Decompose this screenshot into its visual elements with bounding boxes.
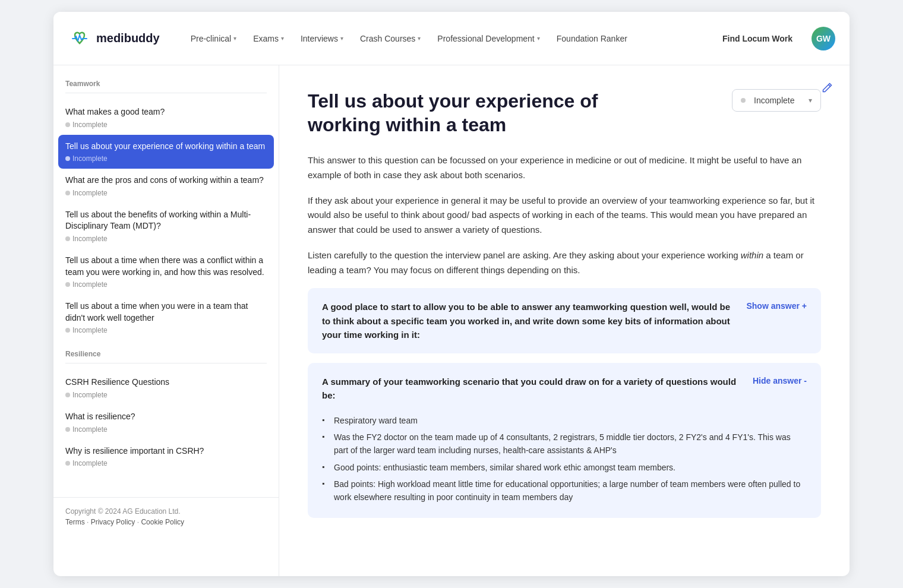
privacy-link[interactable]: Privacy Policy [91,518,135,526]
answer-list: Respiratory ward team Was the FY2 doctor… [322,412,807,506]
nav-professional-development[interactable]: Professional Development ▾ [430,29,547,48]
nav-find-locum[interactable]: Find Locum Work [715,29,800,48]
sidebar-footer: Copyright © 2024 AG Education Ltd. Terms… [53,497,279,536]
chevron-down-icon: ▾ [233,35,236,42]
status-dot [65,328,70,333]
status-dot [65,236,70,241]
main-nav: Pre-clinical ▾ Exams ▾ Interviews ▾ Cras… [184,27,835,50]
sidebar-item-pros-cons[interactable]: What are the pros and cons of working wi… [53,169,279,203]
nav-crash-courses[interactable]: Crash Courses ▾ [353,29,428,48]
status-dot [65,191,70,195]
answer-box-title: A summary of your teamworking scenario t… [322,375,743,403]
status-dropdown[interactable]: Incomplete ▾ [732,89,821,112]
answer-box-header: A summary of your teamworking scenario t… [322,375,807,403]
status-dot-active [65,156,70,161]
sidebar-item-good-team[interactable]: What makes a good team? Incomplete [53,100,279,135]
copyright-text: Copyright © 2024 AG Education Ltd. [65,507,267,516]
sidebar-item-team-not-work[interactable]: Tell us about a time when you were in a … [53,295,279,340]
sidebar-section-resilience: Resilience [53,350,279,363]
sidebar-divider-2 [65,363,267,363]
sidebar-divider [65,93,267,93]
status-dot [65,122,70,127]
hint-box: A good place to start to allow you to be… [308,288,821,353]
content-title: Tell us about your experience of working… [308,89,652,137]
sidebar-item-conflict[interactable]: Tell us about a time when there was a co… [53,249,279,295]
hide-answer-button[interactable]: Hide answer - [753,375,807,385]
chevron-down-icon: ▾ [809,96,812,105]
main-layout: Teamwork What makes a good team? Incompl… [53,65,850,576]
list-item: Bad points: High workload meant little t… [322,476,807,506]
terms-link[interactable]: Terms [65,518,85,526]
cookie-link[interactable]: Cookie Policy [141,518,184,526]
nav-pre-clinical[interactable]: Pre-clinical ▾ [184,29,244,48]
chevron-down-icon: ▾ [537,35,540,42]
list-item: Was the FY2 doctor on the team made up o… [322,429,807,459]
status-dot [65,427,70,432]
list-item: Good points: enthusiastic team members, … [322,459,807,476]
status-dot [65,282,70,287]
nav-foundation-ranker[interactable]: Foundation Ranker [550,29,634,48]
chevron-down-icon: ▾ [340,35,343,42]
hint-box-text: A good place to start to allow you to be… [322,300,737,342]
chevron-down-icon: ▾ [418,35,421,42]
sidebar: Teamwork What makes a good team? Incompl… [53,65,279,576]
nav-exams[interactable]: Exams ▾ [246,29,291,48]
status-dot [65,461,70,466]
paragraph-3: Listen carefully to the question the int… [308,248,821,278]
content-area: Tell us about your experience of working… [279,65,850,576]
header: medibuddy Pre-clinical ▾ Exams ▾ Intervi… [53,12,850,65]
paragraph-2: If they ask about your experience in gen… [308,194,821,238]
logo-icon [68,27,91,50]
paragraph-1: This answer to this question can be focu… [308,153,821,183]
edit-icon [821,82,833,94]
status-dot [65,393,70,397]
show-answer-button[interactable]: Show answer + [746,300,807,311]
edit-button[interactable] [816,77,838,99]
logo[interactable]: medibuddy [68,27,160,50]
list-item: Respiratory ward team [322,412,807,429]
sidebar-item-csrh[interactable]: CSRH Resilience Questions Incomplete [53,371,279,405]
content-header: Tell us about your experience of working… [308,89,821,137]
chevron-down-icon: ▾ [281,35,284,42]
content-body: This answer to this question can be focu… [308,153,821,518]
logo-text: medibuddy [96,31,160,45]
sidebar-item-mdt[interactable]: Tell us about the benefits of working wi… [53,203,279,249]
avatar[interactable]: GW [812,27,835,50]
status-dot-dropdown [741,98,746,103]
sidebar-item-experience-working[interactable]: Tell us about your experience of working… [58,135,274,169]
answer-box: A summary of your teamworking scenario t… [308,363,821,518]
svg-point-0 [68,27,91,50]
sidebar-item-why-resilience[interactable]: Why is resilience important in CSRH? Inc… [53,440,279,474]
sidebar-item-what-is-resilience[interactable]: What is resilience? Incomplete [53,405,279,440]
sidebar-section-teamwork: Teamwork [53,80,279,93]
nav-interviews[interactable]: Interviews ▾ [293,29,351,48]
